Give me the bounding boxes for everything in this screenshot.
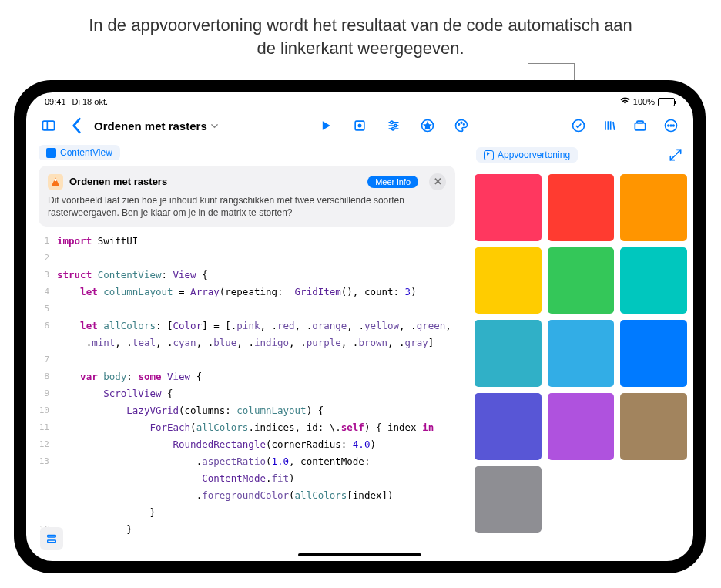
library-icon[interactable] [599, 116, 619, 136]
status-bar: 09:41 Di 18 okt. 100% [26, 92, 693, 109]
code-text: let allColors: [Color] = [.pink, .red, .… [57, 318, 464, 334]
svg-point-26 [673, 125, 675, 126]
line-number [34, 504, 57, 521]
line-number: 1 [34, 233, 57, 250]
code-editor[interactable]: 1import SwiftUI23struct ContentView: Vie… [29, 233, 464, 561]
back-button[interactable] [66, 116, 86, 136]
color-swatch[interactable] [548, 174, 615, 241]
code-text: ScrollView { [57, 385, 464, 402]
color-grid [475, 174, 687, 533]
code-line[interactable]: 6 let allColors: [Color] = [.pink, .red,… [34, 318, 464, 334]
svg-point-14 [461, 122, 462, 123]
color-swatch[interactable] [475, 174, 542, 241]
code-line[interactable]: 7 [34, 351, 464, 368]
code-line[interactable]: 13 .aspectRatio(1.0, contentMode: [34, 453, 464, 470]
svg-rect-33 [48, 540, 56, 543]
svg-point-9 [394, 124, 397, 126]
code-line[interactable]: 9 ScrollView { [34, 385, 464, 402]
code-line[interactable]: 1import SwiftUI [34, 233, 464, 250]
line-number: 7 [34, 351, 57, 368]
status-date: Di 18 okt. [72, 97, 108, 106]
line-number: 5 [34, 301, 57, 318]
code-line[interactable]: 2 [34, 250, 464, 267]
editor-pane: ContentView Ordenen met rasters Meer inf… [26, 142, 468, 561]
star-icon[interactable] [418, 116, 438, 136]
svg-point-10 [391, 128, 394, 130]
line-number: 8 [34, 368, 57, 385]
editor-tab-label: ContentView [60, 147, 112, 158]
code-line[interactable]: 12 RoundedRectangle(cornerRadius: 4.0) [34, 436, 464, 453]
code-text: struct ContentView: View { [57, 267, 464, 284]
code-line[interactable]: ContentMode.fit) [34, 470, 464, 487]
document-title[interactable]: Ordenen met rasters [94, 119, 219, 133]
ipad-screen: 09:41 Di 18 okt. 100% Ordenen met raster… [26, 92, 693, 561]
svg-point-8 [391, 121, 393, 123]
preview-surface [468, 170, 693, 561]
preview-tab-label: Appvoorvertoning [498, 150, 570, 160]
wifi-icon [620, 97, 630, 106]
more-menu-icon[interactable] [661, 116, 681, 136]
svg-point-24 [668, 125, 669, 126]
doc-outline-toggle[interactable] [40, 527, 63, 550]
code-text [57, 250, 464, 267]
checkmark-badge-icon[interactable] [568, 116, 589, 136]
svg-rect-32 [48, 535, 56, 537]
code-text: let columnLayout = Array(repeating: Grid… [57, 284, 464, 301]
more-info-button[interactable]: Meer info [367, 176, 418, 188]
code-line[interactable]: 8 var body: some View { [34, 368, 464, 385]
settings-sliders-icon[interactable] [384, 116, 404, 136]
code-line[interactable]: } [34, 504, 464, 521]
svg-rect-21 [635, 123, 645, 130]
preview-pane: Appvoorvertoning [468, 142, 693, 561]
step-button[interactable] [350, 116, 370, 136]
run-button[interactable] [316, 116, 336, 136]
home-indicator[interactable] [298, 553, 421, 556]
status-time: 09:41 [45, 97, 66, 106]
svg-point-16 [573, 120, 585, 132]
svg-marker-12 [424, 123, 431, 129]
code-text: } [57, 504, 464, 521]
color-swatch[interactable] [475, 466, 542, 533]
color-swatch[interactable] [548, 247, 615, 314]
color-swatch[interactable] [620, 247, 687, 314]
code-line[interactable]: 3struct ContentView: View { [34, 267, 464, 284]
preview-tab[interactable]: Appvoorvertoning [476, 147, 578, 163]
code-text: ForEach(allColors.indices, id: \.self) {… [57, 419, 464, 436]
info-card-title: Ordenen met rasters [69, 176, 167, 187]
sidebar-toggle-icon[interactable] [39, 116, 59, 136]
color-swatch[interactable] [475, 393, 542, 460]
code-text: var body: some View { [57, 368, 464, 385]
code-line[interactable]: 16 } [34, 521, 464, 538]
code-line[interactable]: 10 LazyVGrid(columns: columnLayout) { [34, 402, 464, 419]
svg-point-4 [358, 124, 360, 126]
line-number: 12 [34, 436, 57, 453]
code-line[interactable]: .foregroundColor(allColors[index]) [34, 487, 464, 504]
svg-point-13 [458, 124, 460, 126]
lesson-icon [48, 174, 63, 190]
line-number: 3 [34, 267, 57, 284]
color-swatch[interactable] [475, 247, 542, 314]
code-line[interactable]: 4 let columnLayout = Array(repeating: Gr… [34, 284, 464, 301]
color-swatch[interactable] [548, 320, 615, 387]
code-text [57, 351, 464, 368]
app-toolbar: Ordenen met rasters [26, 109, 693, 142]
svg-line-31 [670, 156, 675, 160]
expand-preview-icon[interactable] [666, 145, 686, 165]
color-swatch[interactable] [475, 320, 542, 387]
color-swatch[interactable] [620, 393, 687, 460]
editor-tab-contentview[interactable]: ContentView [39, 145, 120, 160]
code-text: } [57, 521, 464, 538]
color-swatch[interactable] [548, 393, 615, 460]
folder-icon[interactable] [630, 116, 650, 136]
code-line[interactable]: 5 [34, 301, 464, 318]
color-swatch[interactable] [620, 320, 687, 387]
svg-rect-22 [637, 121, 643, 123]
code-line[interactable]: 11 ForEach(allColors.indices, id: \.self… [34, 419, 464, 436]
app-preview-icon [484, 150, 494, 160]
code-text: import SwiftUI [57, 233, 464, 250]
color-swatch[interactable] [620, 174, 687, 241]
close-info-button[interactable]: ✕ [429, 173, 446, 190]
code-line[interactable]: .mint, .teal, .cyan, .blue, .indigo, .pu… [34, 334, 464, 351]
palette-icon[interactable] [451, 116, 471, 136]
info-card-description: Dit voorbeeld laat zien hoe je inhoud ku… [48, 194, 446, 219]
